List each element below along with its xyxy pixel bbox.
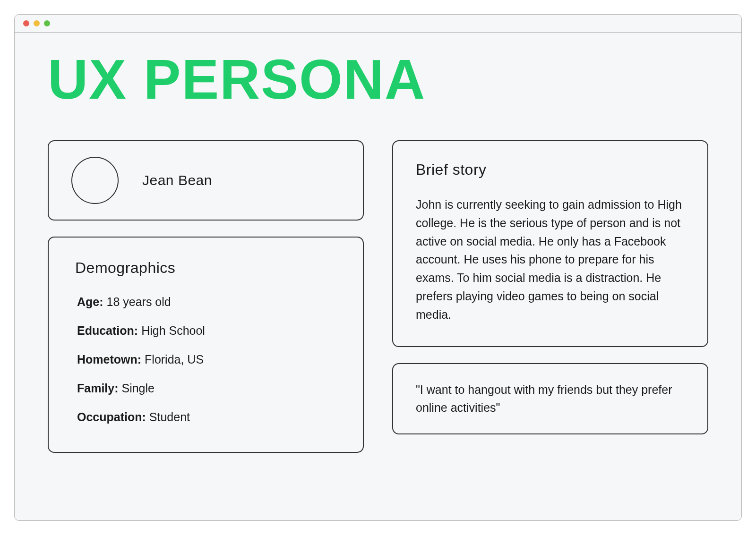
demographics-card: Demographics Age: 18 years old Education… (48, 237, 364, 453)
demographics-label: Education: (77, 324, 138, 337)
right-column: Brief story John is currently seeking to… (392, 140, 708, 453)
window-titlebar (15, 15, 741, 33)
columns: Jean Bean Demographics Age: 18 years old… (48, 140, 708, 453)
demographics-value: High School (141, 324, 205, 337)
maximize-icon[interactable] (44, 20, 50, 26)
close-icon[interactable] (23, 20, 29, 26)
quote-text: "I want to hangout with my friends but t… (416, 381, 685, 416)
demographics-label: Age: (77, 295, 103, 308)
quote-card: "I want to hangout with my friends but t… (392, 363, 708, 434)
demographics-value: Florida, US (145, 353, 204, 366)
demographics-item: Education: High School (77, 323, 336, 339)
demographics-item: Hometown: Florida, US (77, 351, 336, 368)
persona-name: Jean Bean (142, 172, 212, 188)
demographics-label: Family: (77, 382, 119, 395)
story-text: John is currently seeking to gain admiss… (416, 195, 685, 323)
demographics-item: Occupation: Student (77, 409, 336, 425)
story-card: Brief story John is currently seeking to… (392, 140, 708, 347)
avatar-placeholder-icon (71, 157, 119, 204)
page-content: UX PERSONA Jean Bean Demographics Age: 1… (15, 33, 741, 520)
demographics-item: Family: Single (77, 380, 336, 397)
demographics-label: Hometown: (77, 353, 141, 366)
demographics-value: Student (149, 410, 190, 424)
left-column: Jean Bean Demographics Age: 18 years old… (48, 140, 364, 453)
profile-card: Jean Bean (48, 140, 364, 221)
demographics-item: Age: 18 years old (77, 294, 336, 310)
story-heading: Brief story (416, 161, 685, 178)
demographics-heading: Demographics (75, 259, 336, 277)
minimize-icon[interactable] (34, 20, 40, 26)
demographics-value: Single (121, 382, 155, 395)
page-title: UX PERSONA (48, 51, 708, 107)
demographics-label: Occupation: (77, 410, 146, 424)
browser-window: UX PERSONA Jean Bean Demographics Age: 1… (14, 14, 742, 521)
demographics-value: 18 years old (107, 295, 171, 308)
demographics-list: Age: 18 years old Education: High School… (75, 294, 336, 425)
